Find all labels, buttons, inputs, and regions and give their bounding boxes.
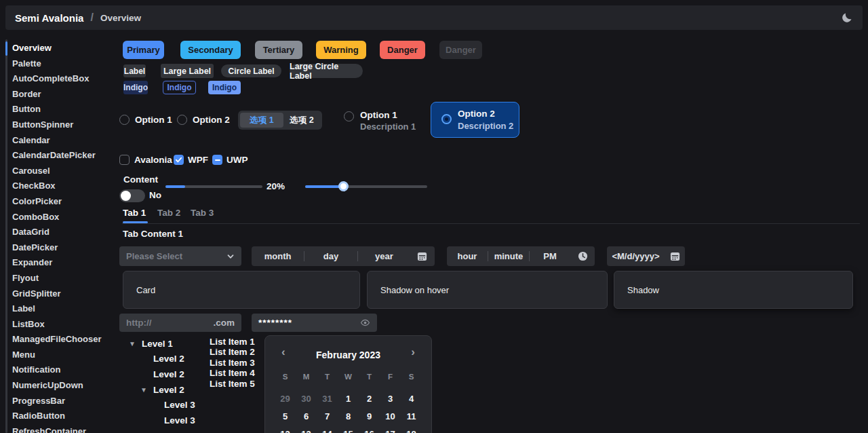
primary-button[interactable]: Primary [123, 41, 164, 59]
toggle-switch-off[interactable] [119, 189, 145, 202]
time-ampm-segment[interactable]: PM [530, 251, 570, 261]
time-minute-segment[interactable]: minute [488, 251, 529, 261]
tree-item-level3b[interactable]: Level 3 [164, 415, 195, 426]
segment-option-2[interactable]: 选项 2 [283, 113, 320, 128]
calendar-day[interactable]: 30 [296, 394, 317, 404]
calendar-day[interactable]: 11 [401, 411, 422, 421]
tree-expander-icon[interactable]: ▼ [140, 386, 147, 394]
sidebar-item-button[interactable]: Button [12, 102, 117, 117]
date-month-segment[interactable]: month [252, 251, 304, 261]
format-date-picker[interactable]: <M/d/yyyy> [607, 246, 685, 266]
list-item[interactable]: List Item 2 [210, 347, 255, 357]
tree-item-level3a[interactable]: Level 3 [164, 400, 195, 410]
calendar-day[interactable]: 3 [380, 394, 401, 404]
calendar-day[interactable]: 14 [317, 429, 338, 433]
danger-button[interactable]: Danger [380, 41, 425, 59]
calendar-day[interactable]: 29 [275, 394, 296, 404]
sidebar-item-expander[interactable]: Expander [12, 255, 117, 271]
calendar-day[interactable]: 17 [380, 429, 401, 433]
list-item[interactable]: List Item 3 [210, 358, 255, 368]
checkbox-avalonia[interactable] [119, 155, 130, 165]
sidebar-item-progressbar[interactable]: ProgressBar [12, 394, 117, 409]
checkbox-wpf-checked[interactable] [174, 155, 184, 165]
sidebar-item-notification[interactable]: Notification [12, 362, 117, 378]
sidebar-item-palette[interactable]: Palette [12, 56, 117, 72]
sidebar-item-flyout[interactable]: Flyout [12, 271, 117, 286]
url-input[interactable]: http:// .com [119, 314, 241, 332]
eye-icon[interactable] [360, 318, 370, 328]
sidebar-item-combobox[interactable]: ComboBox [12, 210, 117, 225]
sidebar-item-border[interactable]: Border [12, 87, 117, 102]
moon-icon[interactable] [841, 12, 853, 24]
checkbox-uwp-label[interactable]: UWP [226, 155, 248, 165]
tree-item-level2c[interactable]: Level 2 [153, 385, 184, 395]
tab-3[interactable]: Tab 3 [191, 208, 214, 218]
calendar-icon[interactable] [665, 251, 685, 261]
calendar-day[interactable]: 2 [359, 394, 380, 404]
sidebar-item-label[interactable]: Label [12, 301, 117, 317]
sidebar-item-carousel[interactable]: Carousel [12, 164, 117, 179]
time-hour-segment[interactable]: hour [447, 251, 488, 261]
slider2-thumb[interactable] [338, 181, 349, 191]
sidebar-item-radiobutton[interactable]: RadioButton [12, 409, 117, 424]
sidebar-item-autocompletebox[interactable]: AutoCompleteBox [12, 71, 117, 87]
app-brand[interactable]: Semi Avalonia [15, 12, 83, 24]
time-picker[interactable]: hour minute PM [447, 246, 595, 266]
checkbox-avalonia-label[interactable]: Avalonia [134, 155, 172, 165]
calendar-day[interactable]: 13 [296, 429, 317, 433]
date-picker[interactable]: month day year [252, 246, 435, 266]
sidebar-item-numericupdown[interactable]: NumericUpDown [12, 378, 117, 394]
calendar-icon[interactable] [410, 251, 435, 261]
calendar-day[interactable]: 18 [401, 429, 422, 433]
sidebar-item-listbox[interactable]: ListBox [12, 317, 117, 333]
calendar-day[interactable]: 5 [275, 411, 296, 421]
list-item[interactable]: List Item 4 [210, 368, 255, 378]
chevron-right-icon[interactable]: › [411, 345, 415, 359]
sidebar-item-overview[interactable]: Overview [12, 41, 117, 56]
calendar-day[interactable]: 15 [338, 429, 359, 433]
radio-option2[interactable] [177, 115, 187, 125]
clock-icon[interactable] [570, 251, 595, 261]
tab-2[interactable]: Tab 2 [157, 208, 180, 218]
warning-button[interactable]: Warning [316, 41, 366, 59]
radio-option2-label[interactable]: Option 2 [193, 115, 230, 125]
tree-item-level2b[interactable]: Level 2 [153, 369, 184, 379]
checkbox-wpf-label[interactable]: WPF [188, 155, 208, 165]
list-item[interactable]: List Item 1 [210, 337, 255, 347]
radio-option1[interactable] [119, 115, 130, 125]
sidebar-item-datagrid[interactable]: DataGrid [12, 225, 117, 240]
sidebar-item-checkbox[interactable]: CheckBox [12, 178, 117, 194]
sidebar-item-refreshcontainer[interactable]: RefreshContainer [12, 424, 117, 433]
tree-expander-icon[interactable]: ▼ [129, 340, 136, 347]
password-input[interactable]: ******** [252, 314, 377, 332]
sidebar-item-gridsplitter[interactable]: GridSplitter [12, 286, 117, 302]
date-day-segment[interactable]: day [304, 251, 357, 261]
sidebar-rail[interactable] [5, 39, 7, 433]
calendar-day[interactable]: 1 [338, 394, 359, 404]
radio-card-option1[interactable]: Option 1 Description 1 [342, 107, 429, 137]
radio-option1-label[interactable]: Option 1 [135, 115, 172, 125]
calendar-day[interactable]: 16 [359, 429, 380, 433]
date-year-segment[interactable]: year [358, 251, 410, 261]
sidebar-item-managedfilechooser[interactable]: ManagedFileChooser [12, 332, 117, 347]
calendar-day[interactable]: 10 [380, 411, 401, 421]
tree-item-level2a[interactable]: Level 2 [153, 354, 184, 364]
calendar-day[interactable]: 12 [275, 429, 296, 433]
checkbox-uwp-indeterminate[interactable] [212, 155, 222, 165]
calendar-day[interactable]: 6 [296, 411, 317, 421]
sidebar-item-buttonspinner[interactable]: ButtonSpinner [12, 117, 117, 133]
calendar-day[interactable]: 9 [359, 411, 380, 421]
secondary-button[interactable]: Secondary [180, 41, 241, 59]
select-dropdown[interactable]: Please Select [119, 246, 241, 266]
format-placeholder[interactable]: <M/d/yyyy> [607, 251, 665, 261]
sidebar-item-menu[interactable]: Menu [12, 347, 117, 363]
sidebar-item-datepicker[interactable]: DatePicker [12, 240, 117, 256]
calendar-day[interactable]: 8 [338, 411, 359, 421]
segment-option-1[interactable]: 选项 1 [240, 113, 283, 128]
sidebar-item-colorpicker[interactable]: ColorPicker [12, 194, 117, 210]
sidebar-item-calendardatepicker[interactable]: CalendarDatePicker [12, 148, 117, 164]
calendar-day[interactable]: 7 [317, 411, 338, 421]
tertiary-button[interactable]: Tertiary [255, 41, 302, 59]
radio-card-option2[interactable]: Option 2 Description 2 [431, 102, 519, 138]
list-item[interactable]: List Item 5 [210, 379, 255, 389]
